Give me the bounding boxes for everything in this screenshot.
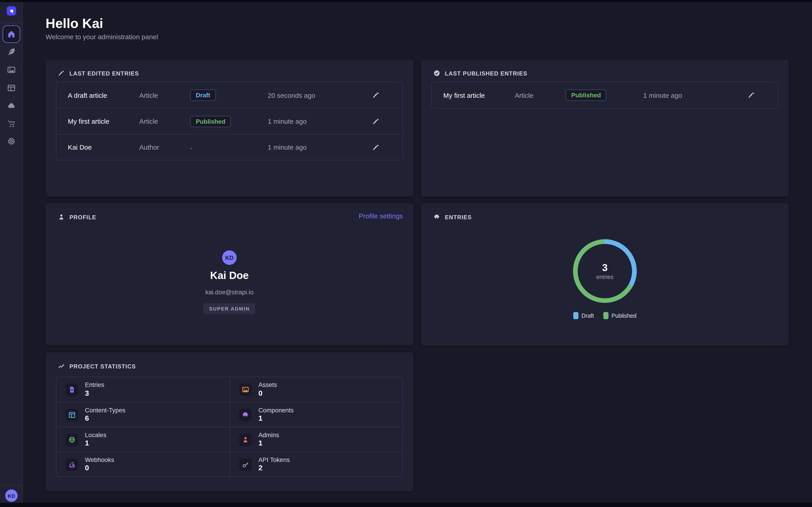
profile-settings-link[interactable]: Profile settings [359,212,403,220]
file-icon [68,386,75,393]
user-avatar[interactable]: KD [5,490,17,502]
panel-entries-chart: ENTRIES 3 entries Draft Published [421,203,789,345]
globe-icon [68,436,75,443]
profile-role-badge: SUPER ADMIN [203,303,255,314]
stat-label: Components [258,406,294,414]
pencil-icon [748,92,755,99]
stat-tile [239,383,252,396]
sidebar-item-home[interactable] [2,25,20,43]
profile-avatar: KD [222,250,237,265]
edit-entry-button[interactable] [370,116,382,127]
stat-tile [66,433,78,446]
chart-legend: Draft Published [421,312,789,319]
media-library-icon [7,66,15,74]
edit-entry-button[interactable] [370,90,382,101]
draft-swatch-icon [573,312,578,319]
entry-title: Kai Doe [68,143,139,151]
donut-center-label: 3 entries [571,237,639,305]
stat-admins: Admins 1 [230,427,402,452]
sidebar-item-settings[interactable] [2,132,20,150]
stats-grid: Entries 3 Assets 0 [56,377,403,477]
sidebar: KD [0,0,23,507]
marketplace-cart-icon [7,119,15,128]
stat-assets: Assets 0 [230,377,402,402]
status-badge: Draft [190,90,216,101]
table-row: My first article Article Published 1 min… [432,82,778,108]
legend-label: Draft [581,313,594,319]
panel-last-edited-entries: LAST EDITED ENTRIES A draft article Arti… [46,59,413,196]
published-swatch-icon [603,312,608,319]
sidebar-item-content-manager[interactable] [2,43,20,61]
puzzle-icon [242,411,249,418]
stat-label: Locales [85,432,106,439]
stat-label: Entries [85,382,104,389]
app-root: KD Hello Kai Welcome to your administrat… [0,0,812,507]
legend-label: Published [611,313,637,319]
sidebar-divider [0,23,23,23]
trend-up-icon [58,362,65,369]
sidebar-item-deploy[interactable] [2,97,20,114]
profile-email: kai.doe@strapi.io [46,289,413,296]
pencil-icon [372,144,379,151]
sidebar-item-content-type-builder[interactable] [2,79,20,97]
stat-entries: Entries 3 [56,377,230,402]
image-icon [242,386,249,393]
stat-components: Components 1 [230,402,402,427]
feather-icon [7,48,15,56]
entry-type: Article [515,91,565,99]
stat-label: Content-Types [85,406,125,414]
entry-time: 1 minute ago [268,143,361,151]
stat-value: 0 [258,389,277,398]
stat-label: API Tokens [258,456,290,464]
panel-project-statistics: PROJECT STATISTICS Entries 3 [46,352,413,492]
panel-header: PROFILE [58,214,96,220]
stat-tile [239,458,252,470]
table-row: Kai Doe Author - 1 minute ago [56,134,402,160]
pencil-icon [372,118,379,125]
cloud-icon [7,101,15,110]
stat-value: 1 [85,439,106,448]
entry-title: My first article [68,117,139,125]
sidebar-item-marketplace[interactable] [2,115,20,132]
page-title: Hello Kai [46,15,103,32]
strapi-logo[interactable] [7,6,16,15]
pencil-icon [58,70,65,76]
legend-item-published: Published [603,312,637,319]
panel-title: ENTRIES [445,214,472,220]
entry-title: My first article [443,91,515,99]
stat-locales: Locales 1 [56,427,230,452]
entry-time: 1 minute ago [643,91,737,99]
puzzle-icon [434,214,440,220]
stat-content-types: Content-Types 6 [56,402,230,427]
legend-item-draft: Draft [573,312,594,319]
stat-tile [239,408,252,421]
stat-label: Admins [258,432,279,439]
status-badge: - [190,144,192,151]
edit-entry-button[interactable] [746,90,757,101]
stat-label: Webhooks [85,456,114,464]
entry-time: 1 minute ago [268,117,361,125]
stat-value: 3 [85,389,104,398]
stat-value: 1 [258,414,294,423]
person-icon [242,436,249,443]
person-icon [58,214,65,220]
key-icon [242,461,249,468]
sidebar-item-media-library[interactable] [2,61,20,79]
entry-time: 20 seconds ago [268,91,361,99]
page-subtitle: Welcome to your administration panel [46,33,158,41]
stat-tile [66,408,78,421]
edit-entry-button[interactable] [370,142,382,153]
layout-icon [68,411,75,418]
screen-edge [0,0,812,2]
stat-label: Assets [258,382,277,389]
stat-webhooks: Webhooks 0 [56,452,230,476]
panel-title: LAST EDITED ENTRIES [69,70,139,76]
table-row: A draft article Article Draft 20 seconds… [56,82,402,108]
entries-table: A draft article Article Draft 20 seconds… [56,82,403,160]
sidebar-divider [0,485,23,485]
settings-gear-icon [7,137,15,145]
layout-icon [7,84,15,92]
panel-last-published-entries: LAST PUBLISHED ENTRIES My first article … [421,59,789,196]
stat-tile [66,383,78,396]
webhook-icon [68,461,75,468]
